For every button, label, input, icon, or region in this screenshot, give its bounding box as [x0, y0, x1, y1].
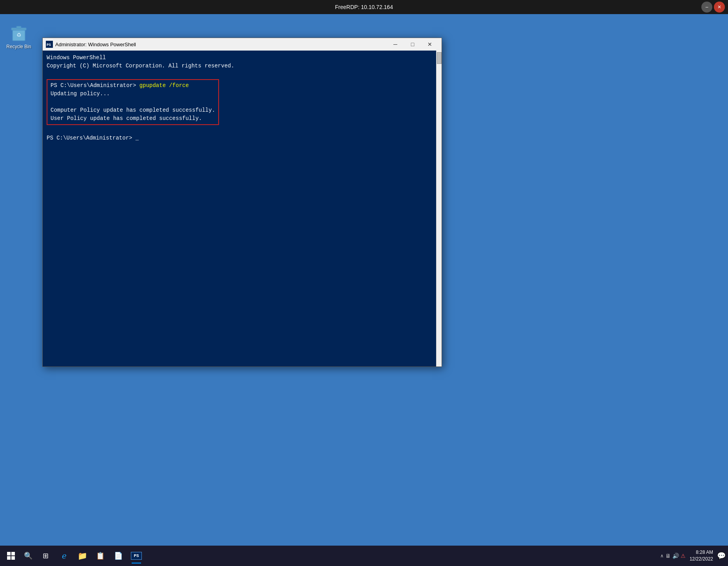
start-button[interactable] [2, 547, 20, 564]
freerdp-close-button[interactable]: ✕ [714, 2, 725, 13]
terminal-line-3: Updating policy... [51, 90, 215, 98]
taskbar-app-explorer[interactable]: 📁 [74, 547, 91, 564]
taskbar-apps: ℯ 📁 📋 📄 PS [56, 547, 145, 564]
recycle-bin-label: Recycle Bin [6, 44, 31, 49]
freerdp-minimize-button[interactable]: – [701, 2, 712, 13]
terminal-line-2: Copyright (C) Microsoft Corporation. All… [47, 62, 432, 70]
search-icon: 🔍 [24, 551, 33, 560]
recycle-bin-svg: ♻ [9, 22, 29, 42]
powershell-window: PS Administrator: Windows PowerShell ─ □… [42, 38, 442, 367]
ps-minimize-button[interactable]: ─ [387, 38, 404, 50]
stack-icon: 📋 [96, 551, 105, 560]
terminal-prompt-1: PS C:\Users\Administrator> gpupdate /for… [51, 82, 215, 90]
task-view-icon: ⊞ [43, 551, 49, 560]
ps-window-icon: PS [46, 41, 53, 48]
svg-text:PS: PS [47, 43, 51, 47]
cursor: _ [136, 135, 139, 141]
tray-date-text: 12/22/2022 [690, 556, 713, 562]
ps-terminal[interactable]: Windows PowerShell Copyright (C) Microso… [43, 51, 436, 366]
tray-network-icon[interactable]: 🖥 [665, 553, 671, 559]
freerdp-titlebar: FreeRDP: 10.10.72.164 – ✕ [0, 0, 728, 14]
notification-icon[interactable]: 💬 [717, 551, 726, 560]
taskbar-app-ie[interactable]: ℯ [56, 547, 73, 564]
tray-chevron-icon[interactable]: ∧ [660, 553, 664, 559]
system-tray: ∧ 🖥 🔊 ⚠ [660, 553, 686, 559]
file-explorer-icon: 📁 [78, 551, 87, 561]
taskbar-tray-area: ∧ 🖥 🔊 ⚠ 8:28 AM 12/22/2022 💬 [660, 549, 726, 562]
svg-text:♻: ♻ [16, 32, 22, 38]
recycle-bin-icon[interactable]: ♻ Recycle Bin [3, 22, 34, 49]
terminal-line-1: Windows PowerShell [47, 54, 432, 62]
ps-content: Windows PowerShell Copyright (C) Microso… [43, 51, 442, 366]
taskbar: 🔍 ⊞ ℯ 📁 📋 📄 PS ∧ 🖥 🔊 [0, 546, 728, 566]
tray-clock[interactable]: 8:28 AM 12/22/2022 [687, 549, 715, 562]
ps-window-title: Administrator: Windows PowerShell [55, 42, 384, 47]
ps-scrollbar[interactable] [436, 51, 442, 366]
taskbar-app-powershell[interactable]: PS [128, 547, 145, 564]
ps-scrollthumb[interactable] [437, 52, 442, 64]
terminal-line-5: User Policy update has completed success… [51, 114, 215, 123]
windows-logo-icon [7, 552, 15, 560]
task-view-button[interactable]: ⊞ [37, 547, 54, 564]
ps-maximize-button[interactable]: □ [404, 38, 421, 50]
ps-close-button[interactable]: ✕ [421, 38, 438, 50]
terminal-prompt-2: PS C:\Users\Administrator> _ [47, 134, 432, 142]
tray-volume-icon[interactable]: 🔊 [672, 553, 679, 559]
ps-window-controls: ─ □ ✕ [387, 38, 438, 50]
freerdp-title: FreeRDP: 10.10.72.164 [335, 4, 393, 10]
terminal-line-blank3 [47, 126, 432, 134]
desktop: ♻ Recycle Bin PS Administrator: Windows … [0, 14, 728, 546]
internet-explorer-icon: ℯ [62, 551, 67, 561]
command-text: gpupdate /force [139, 82, 189, 89]
taskbar-app-stack[interactable]: 📋 [92, 547, 109, 564]
ps-titlebar: PS Administrator: Windows PowerShell ─ □… [43, 38, 442, 51]
titlebar-controls: – ✕ [701, 0, 725, 14]
powershell-taskbar-icon: PS [131, 552, 142, 560]
taskbar-search-button[interactable]: 🔍 [20, 547, 37, 564]
svg-rect-2 [16, 26, 21, 28]
tray-warning-icon[interactable]: ⚠ [681, 553, 686, 559]
taskbar-app-notepad[interactable]: 📄 [110, 547, 127, 564]
terminal-line-blank2 [51, 98, 215, 106]
terminal-line-4: Computer Policy update has completed suc… [51, 106, 215, 114]
tray-time-text: 8:28 AM [696, 549, 713, 556]
notepad-icon: 📄 [114, 551, 123, 560]
terminal-line-blank1 [47, 70, 432, 78]
command-block: PS C:\Users\Administrator> gpupdate /for… [47, 79, 219, 125]
